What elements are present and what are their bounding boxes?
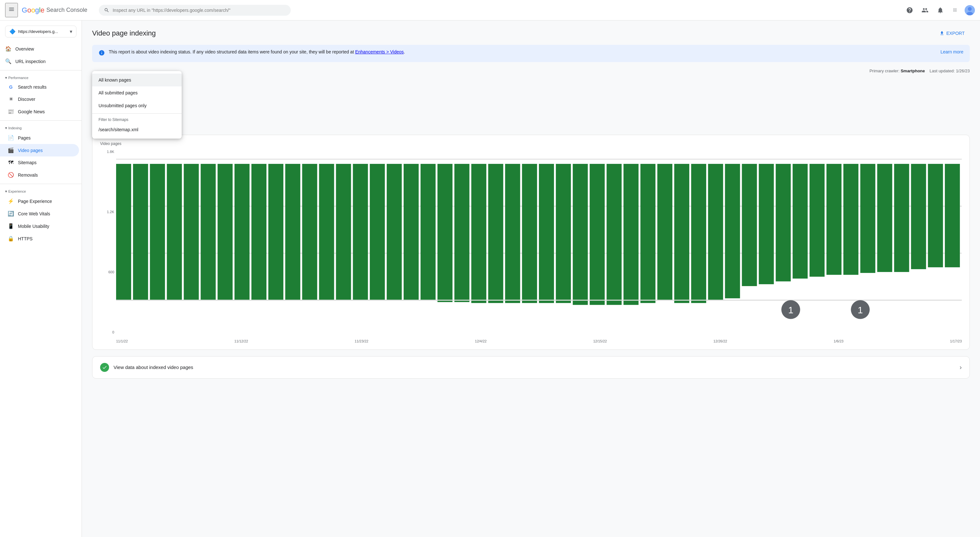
last-updated-value: 1/26/23 xyxy=(956,69,970,73)
https-label: HTTPS xyxy=(18,236,33,241)
property-dropdown-icon: ▾ xyxy=(70,29,72,35)
search-bar[interactable] xyxy=(99,5,291,16)
svg-rect-33 xyxy=(556,164,571,303)
svg-rect-20 xyxy=(336,164,351,300)
page-experience-icon: ⚡ xyxy=(8,198,14,204)
google-icon: G xyxy=(8,84,14,89)
experience-section-label: ▾ Experience xyxy=(0,186,81,195)
view-check-icon xyxy=(100,363,109,372)
svg-rect-38 xyxy=(640,164,655,303)
svg-rect-11 xyxy=(184,164,199,300)
meta-info: Primary crawler: Smartphone Last updated… xyxy=(869,69,970,73)
help-button[interactable] xyxy=(903,4,916,17)
dropdown-item-sitemap[interactable]: /search/sitemap.xml xyxy=(92,123,182,136)
property-icon: 🔷 xyxy=(9,29,16,35)
search-input[interactable] xyxy=(113,8,286,13)
video-pages-label: Video pages xyxy=(18,148,43,153)
svg-rect-54 xyxy=(911,164,926,269)
sidebar-item-mobile-usability[interactable]: 📱 Mobile Usability xyxy=(0,220,79,232)
mobile-usability-label: Mobile Usability xyxy=(18,224,49,229)
topbar: Google Search Console xyxy=(0,0,980,21)
sidebar-item-google-news[interactable]: 📰 Google News xyxy=(0,105,79,118)
svg-rect-35 xyxy=(590,164,605,305)
dropdown-item-all-known[interactable]: All known pages xyxy=(92,73,182,86)
svg-rect-18 xyxy=(302,164,317,300)
chart-area: 1.8K 1.2K 600 0 xyxy=(100,150,962,343)
info-text: This report is about video indexing stat… xyxy=(109,49,405,54)
sidebar-item-sitemaps[interactable]: 🗺 Sitemaps xyxy=(0,156,79,169)
home-icon: 🏠 xyxy=(5,46,11,52)
enhancements-link[interactable]: Enhancements > Videos xyxy=(355,49,404,54)
filter-dropdown[interactable]: All known pages All submitted pages Unsu… xyxy=(92,71,182,139)
search-url-icon: 🔍 xyxy=(5,58,11,64)
svg-rect-17 xyxy=(285,164,300,300)
sidebar-item-core-web-vitals[interactable]: 🔄 Core Web Vitals xyxy=(0,207,79,220)
sidebar-item-overview[interactable]: 🏠 Overview xyxy=(0,43,79,55)
svg-rect-23 xyxy=(387,164,402,300)
performance-section-label: ▾ Performance xyxy=(0,73,81,81)
view-data-row[interactable]: View data about indexed video pages › xyxy=(92,356,970,379)
avatar[interactable] xyxy=(965,5,975,15)
sidebar: 🔷 https://developers.g... ▾ 🏠 Overview 🔍… xyxy=(0,21,82,537)
svg-rect-45 xyxy=(759,164,774,284)
export-button[interactable]: EXPORT xyxy=(934,28,970,38)
controls-row: All known pages All submitted pages Unsu… xyxy=(92,69,970,73)
svg-rect-15 xyxy=(251,164,266,300)
svg-rect-46 xyxy=(776,164,791,281)
svg-rect-7 xyxy=(116,164,131,300)
svg-rect-14 xyxy=(234,164,250,300)
svg-rect-21 xyxy=(353,164,368,300)
svg-rect-48 xyxy=(810,164,824,277)
property-url: https://developers.g... xyxy=(18,29,67,34)
chart-svg: 1 1 xyxy=(116,150,962,338)
svg-rect-10 xyxy=(167,164,182,300)
sidebar-item-https[interactable]: 🔒 HTTPS xyxy=(0,232,79,245)
learn-more-link[interactable]: Learn more xyxy=(940,49,963,54)
divider-3 xyxy=(0,184,81,184)
arrow-right-icon: › xyxy=(959,363,962,371)
chart-y-labels: 1.8K 1.2K 600 0 xyxy=(100,150,114,334)
sidebar-item-url-inspection[interactable]: 🔍 URL inspection xyxy=(0,55,79,67)
menu-icon[interactable] xyxy=(5,3,18,17)
logo[interactable]: Google Search Console xyxy=(22,6,88,14)
info-icon xyxy=(99,49,105,57)
sidebar-item-page-experience[interactable]: ⚡ Page Experience xyxy=(0,195,79,207)
stats-row: Video indexed 1.43K xyxy=(92,92,970,128)
svg-rect-44 xyxy=(742,164,757,286)
svg-rect-32 xyxy=(539,164,554,303)
info-banner: This report is about video indexing stat… xyxy=(92,45,970,62)
removals-icon: 🚫 xyxy=(8,172,14,178)
x-axis-labels: 11/1/22 11/12/22 11/23/22 12/4/22 12/15/… xyxy=(116,339,962,343)
svg-rect-42 xyxy=(708,164,723,300)
svg-rect-53 xyxy=(894,164,909,272)
property-selector[interactable]: 🔷 https://developers.g... ▾ xyxy=(5,25,76,37)
chart-container: Video pages 1.8K 1.2K 600 0 xyxy=(92,135,970,350)
svg-rect-22 xyxy=(370,164,385,300)
chart-title: Video pages xyxy=(100,142,962,146)
sidebar-item-search-results[interactable]: G Search results xyxy=(0,81,79,93)
svg-rect-51 xyxy=(861,164,875,273)
svg-rect-29 xyxy=(488,164,503,303)
export-label: EXPORT xyxy=(947,31,965,36)
layout: 🔷 https://developers.g... ▾ 🏠 Overview 🔍… xyxy=(0,21,980,537)
svg-rect-19 xyxy=(319,164,334,300)
divider-1 xyxy=(0,70,81,70)
sidebar-item-video-pages[interactable]: 🎬 Video pages xyxy=(0,144,79,156)
search-icon xyxy=(104,7,110,13)
divider-2 xyxy=(0,120,81,121)
search-console-button[interactable] xyxy=(919,4,931,17)
svg-rect-8 xyxy=(133,164,148,300)
svg-rect-40 xyxy=(674,164,689,303)
crawler-value: Smartphone xyxy=(900,69,925,73)
svg-rect-9 xyxy=(150,164,165,300)
svg-rect-37 xyxy=(624,164,638,305)
sidebar-item-pages[interactable]: 📄 Pages xyxy=(0,132,79,144)
apps-button[interactable] xyxy=(949,4,962,17)
svg-rect-26 xyxy=(438,164,453,302)
dropdown-item-all-submitted[interactable]: All submitted pages xyxy=(92,86,182,99)
sidebar-item-discover[interactable]: ✳ Discover xyxy=(0,93,79,105)
dropdown-item-unsubmitted[interactable]: Unsubmitted pages only xyxy=(92,99,182,112)
sidebar-item-removals[interactable]: 🚫 Removals xyxy=(0,169,79,181)
svg-rect-43 xyxy=(725,164,740,298)
notifications-button[interactable] xyxy=(934,4,947,17)
